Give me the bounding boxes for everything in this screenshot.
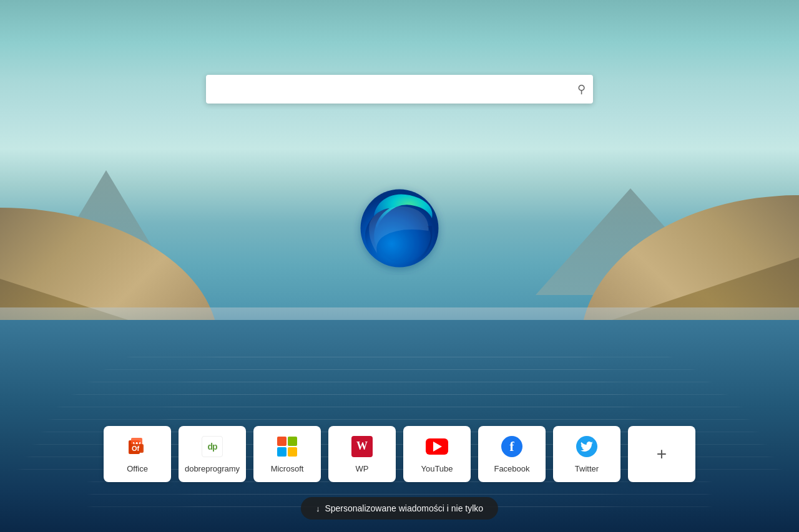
quick-links: W Of Office dp dobreprogramy Microsoft W <box>104 426 695 482</box>
dp-icon: dp <box>201 435 223 458</box>
office-icon: W Of <box>126 435 149 458</box>
add-icon: + <box>657 445 667 463</box>
facebook-icon: f <box>501 435 523 458</box>
search-button[interactable]: ⚲ <box>577 82 586 96</box>
dobreprogramy-label: dobreprogramy <box>185 464 240 473</box>
twitter-label: Twitter <box>575 464 599 473</box>
search-container: ⚲ <box>206 75 593 104</box>
search-icon: ⚲ <box>577 83 586 95</box>
bottom-bar-label: Spersonalizowane wiadomości i nie tylko <box>325 503 483 513</box>
svg-text:Of: Of <box>132 445 140 452</box>
search-input[interactable] <box>206 75 593 104</box>
facebook-label: Facebook <box>494 464 529 473</box>
microsoft-icon <box>276 435 298 458</box>
down-arrow-icon: ↓ <box>316 504 320 513</box>
quick-link-twitter[interactable]: Twitter <box>553 426 620 482</box>
edge-logo <box>350 181 449 281</box>
youtube-label: YouTube <box>421 464 453 473</box>
quick-link-facebook[interactable]: f Facebook <box>478 426 546 482</box>
wp-label: WP <box>356 464 369 473</box>
twitter-icon <box>576 435 598 458</box>
youtube-icon <box>426 435 448 458</box>
wp-icon: W <box>351 435 373 458</box>
quick-link-dobreprogramy[interactable]: dp dobreprogramy <box>179 426 246 482</box>
quick-link-office[interactable]: W Of Office <box>104 426 171 482</box>
add-quick-link-button[interactable]: + <box>628 426 695 482</box>
bottom-bar[interactable]: ↓ Spersonalizowane wiadomości i nie tylk… <box>301 497 498 520</box>
quick-link-youtube[interactable]: YouTube <box>403 426 471 482</box>
quick-link-wp[interactable]: W WP <box>328 426 396 482</box>
microsoft-label: Microsoft <box>271 464 304 473</box>
office-label: Office <box>127 464 148 473</box>
quick-link-microsoft[interactable]: Microsoft <box>253 426 321 482</box>
